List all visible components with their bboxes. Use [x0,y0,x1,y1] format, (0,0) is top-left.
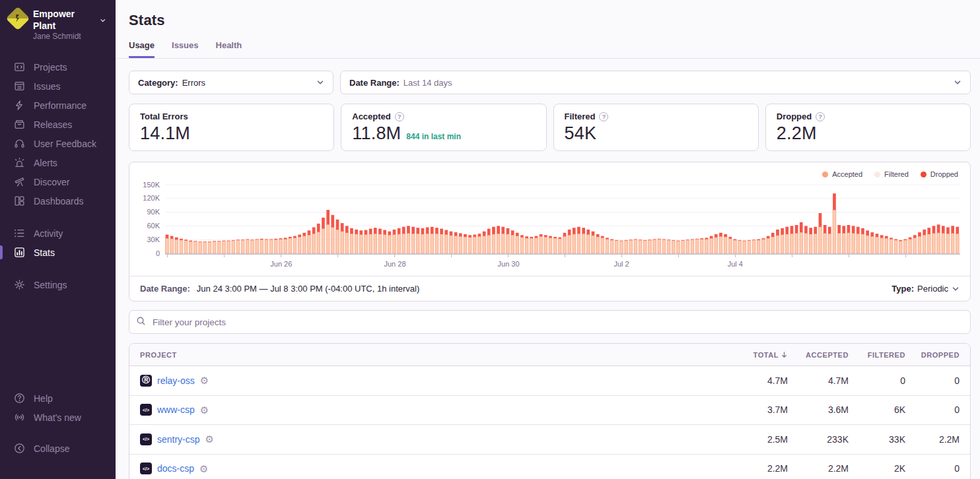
sidebar-item-issues[interactable]: Issues [0,77,116,96]
legend-dot [874,172,880,177]
collapse-icon [14,443,25,454]
tab-bar: UsageIssuesHealth [129,40,962,58]
sidebar-item-label: Activity [34,229,63,238]
cell-filtered: 33K [849,434,905,445]
sidebar-item-dashboards[interactable]: Dashboards [0,191,116,210]
platform-relay-icon: Ⓡ [140,375,152,387]
svg-text:Jul 4: Jul 4 [728,260,743,268]
table-row: Ⓡ relay-oss ⚙ 4.7M 4.7M 0 0 [129,366,970,396]
project-link[interactable]: docs-csp [157,463,194,474]
sidebar-item-alerts[interactable]: Alerts [0,153,116,172]
stat-card-filtered: Filtered ? 54K [553,104,759,151]
sidebar-item-feedback[interactable]: User Feedback [0,134,116,153]
project-filter-input[interactable] [129,310,971,334]
main: Stats UsageIssuesHealth Category: Errors… [116,0,980,479]
sidebar-nav: Projects Issues Performance Releases Use… [0,57,116,294]
svg-text:30K: 30K [147,236,160,243]
usage-chart: 030K60K90K120K150KJun 26Jun 28Jun 30Jul … [129,179,970,276]
search-icon [136,316,146,329]
legend-item-accepted[interactable]: Accepted [822,170,862,178]
help-icon [14,393,25,404]
sidebar-item-label: Discover [34,177,69,187]
platform-csp-icon: </> [140,463,152,474]
svg-text:Jun 30: Jun 30 [498,260,520,268]
cell-total: 2.2M [722,463,788,474]
project-link[interactable]: sentry-csp [157,434,200,445]
category-select[interactable]: Category: Errors [129,71,333,94]
column-total[interactable]: TOTAL [722,351,788,359]
cell-accepted: 3.6M [788,404,849,415]
chart-type-select[interactable]: Type: Periodic [892,284,960,294]
date-range-label: Date Range: [349,78,400,88]
column-project: PROJECT [140,351,722,359]
gear-icon[interactable]: ⚙ [200,375,209,385]
page-header: Stats UsageIssuesHealth [116,0,980,59]
stat-card-accepted: Accepted ? 11.8M 844 in last min [341,104,546,151]
sidebar-item-label: Releases [34,120,72,129]
sidebar-item-collapse[interactable]: Collapse [0,439,116,458]
gear-icon[interactable]: ⚙ [205,434,214,444]
column-dropped[interactable]: DROPPED [905,351,960,359]
svg-text:Jun 26: Jun 26 [270,260,292,268]
chart-footer: Date Range: Jun 24 3:00 PM — Jul 8 3:00 … [129,276,970,301]
sidebar-item-help[interactable]: Help [0,389,116,408]
svg-text:120K: 120K [143,194,160,202]
sidebar-item-label: Issues [34,82,60,91]
stat-cards: Total Errors 14.1M Accepted ? 11.8M 844 … [129,104,971,151]
legend-item-filtered[interactable]: Filtered [874,170,909,178]
column-filtered[interactable]: FILTERED [849,351,905,359]
sidebar-item-releases[interactable]: Releases [0,115,116,134]
platform-csp-icon: </> [140,404,152,416]
cell-total: 4.7M [722,375,788,386]
stat-card-value: 14.1M [140,123,190,144]
project-link[interactable]: relay-oss [157,375,195,386]
sidebar-item-label: Dashboards [34,197,84,206]
chevron-down-icon [952,285,960,293]
cell-dropped: 0 [905,463,960,474]
tab-issues[interactable]: Issues [172,40,198,58]
platform-csp-icon: </> [140,433,152,445]
category-value: Errors [182,78,205,88]
settings-icon [14,279,25,290]
stat-card-value: 11.8M [352,123,401,144]
sidebar-item-label: User Feedback [34,139,96,148]
svg-text:150K: 150K [143,181,160,189]
sidebar-item-activity[interactable]: Activity [0,224,116,243]
sidebar-item-whatsnew[interactable]: What's new [0,408,116,427]
chart-type-value: Periodic [917,284,948,294]
issues-icon [14,80,25,92]
cell-filtered: 6K [849,404,905,415]
sidebar-item-projects[interactable]: Projects [0,57,116,77]
chevron-down-icon [100,17,106,24]
stat-card-total-errors: Total Errors 14.1M [129,104,334,151]
sidebar-item-label: Projects [34,63,67,72]
cell-accepted: 233K [788,434,849,445]
usage-chart-card: Accepted Filtered Dropped 030K60K90K120K… [129,162,971,302]
cell-dropped: 0 [905,375,960,386]
gear-icon[interactable]: ⚙ [199,464,208,474]
stat-card-value: 2.2M [777,123,817,144]
gear-icon[interactable]: ⚙ [200,405,209,415]
project-link[interactable]: www-csp [157,404,195,415]
cell-filtered: 2K [849,463,905,474]
tab-health[interactable]: Health [216,40,242,58]
svg-text:60K: 60K [147,222,160,230]
help-icon[interactable]: ? [599,112,608,121]
legend-dot [822,172,828,177]
help-icon[interactable]: ? [395,112,404,121]
cell-dropped: 0 [905,404,960,415]
date-range-select[interactable]: Date Range: Last 14 days [340,71,971,94]
org-switcher[interactable]: Empower Plant Jane Schmidt [0,9,116,42]
sidebar-item-settings[interactable]: Settings [0,275,116,294]
sidebar-item-performance[interactable]: Performance [0,96,116,115]
help-icon[interactable]: ? [816,112,825,121]
sort-desc-icon [781,351,788,358]
tab-usage[interactable]: Usage [129,40,155,58]
svg-text:0: 0 [156,249,160,257]
column-accepted[interactable]: ACCEPTED [788,351,849,359]
chevron-down-icon [316,79,324,86]
sidebar-item-stats[interactable]: Stats [0,243,116,262]
date-range-value: Last 14 days [403,78,452,88]
sidebar-item-discover[interactable]: Discover [0,172,116,191]
legend-item-dropped[interactable]: Dropped [921,170,958,178]
